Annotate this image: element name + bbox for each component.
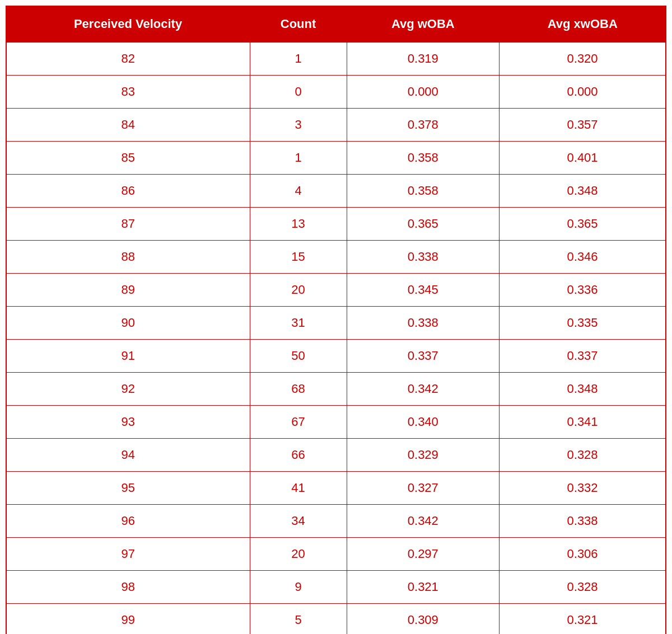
cell-velocity: 82 [6, 42, 250, 76]
cell-count: 0 [250, 76, 347, 109]
cell-count: 34 [250, 505, 347, 538]
cell-velocity: 83 [6, 76, 250, 109]
table-row: 95410.3270.332 [6, 472, 666, 505]
table-row: 88150.3380.346 [6, 241, 666, 274]
cell-count: 5 [250, 604, 347, 635]
cell-avg-xwoba: 0.346 [500, 241, 666, 274]
cell-count: 4 [250, 175, 347, 208]
header-avg-xwoba: Avg xwOBA [500, 6, 666, 42]
cell-avg-xwoba: 0.306 [500, 538, 666, 571]
cell-count: 66 [250, 439, 347, 472]
header-avg-woba: Avg wOBA [347, 6, 500, 42]
cell-count: 3 [250, 109, 347, 142]
cell-avg-woba: 0.000 [347, 76, 500, 109]
cell-velocity: 86 [6, 175, 250, 208]
table-row: 89200.3450.336 [6, 274, 666, 307]
table-row: 8300.0000.000 [6, 76, 666, 109]
cell-avg-woba: 0.338 [347, 307, 500, 340]
cell-velocity: 84 [6, 109, 250, 142]
cell-count: 50 [250, 340, 347, 373]
cell-velocity: 93 [6, 406, 250, 439]
cell-avg-xwoba: 0.365 [500, 208, 666, 241]
cell-count: 31 [250, 307, 347, 340]
table-row: 87130.3650.365 [6, 208, 666, 241]
cell-count: 13 [250, 208, 347, 241]
cell-avg-xwoba: 0.332 [500, 472, 666, 505]
table-row: 8510.3580.401 [6, 142, 666, 175]
table-row: 8640.3580.348 [6, 175, 666, 208]
cell-velocity: 96 [6, 505, 250, 538]
cell-avg-woba: 0.297 [347, 538, 500, 571]
header-perceived-velocity: Perceived Velocity [6, 6, 250, 42]
table-row: 8210.3190.320 [6, 42, 666, 76]
table-row: 96340.3420.338 [6, 505, 666, 538]
cell-avg-xwoba: 0.321 [500, 604, 666, 635]
table-row: 91500.3370.337 [6, 340, 666, 373]
cell-count: 68 [250, 373, 347, 406]
cell-velocity: 88 [6, 241, 250, 274]
cell-avg-woba: 0.327 [347, 472, 500, 505]
cell-avg-xwoba: 0.338 [500, 505, 666, 538]
cell-velocity: 85 [6, 142, 250, 175]
cell-avg-woba: 0.342 [347, 373, 500, 406]
cell-avg-woba: 0.319 [347, 42, 500, 76]
cell-avg-xwoba: 0.348 [500, 373, 666, 406]
cell-velocity: 92 [6, 373, 250, 406]
cell-count: 20 [250, 274, 347, 307]
cell-avg-xwoba: 0.320 [500, 42, 666, 76]
cell-avg-woba: 0.338 [347, 241, 500, 274]
table-row: 9950.3090.321 [6, 604, 666, 635]
cell-avg-xwoba: 0.335 [500, 307, 666, 340]
cell-avg-xwoba: 0.328 [500, 571, 666, 604]
cell-avg-xwoba: 0.336 [500, 274, 666, 307]
cell-avg-woba: 0.358 [347, 142, 500, 175]
cell-count: 20 [250, 538, 347, 571]
cell-velocity: 90 [6, 307, 250, 340]
cell-avg-xwoba: 0.401 [500, 142, 666, 175]
table-container: Perceived Velocity Count Avg wOBA Avg xw… [6, 6, 666, 634]
cell-velocity: 94 [6, 439, 250, 472]
table-row: 94660.3290.328 [6, 439, 666, 472]
cell-count: 1 [250, 142, 347, 175]
cell-count: 41 [250, 472, 347, 505]
cell-avg-woba: 0.345 [347, 274, 500, 307]
table-row: 97200.2970.306 [6, 538, 666, 571]
cell-avg-xwoba: 0.337 [500, 340, 666, 373]
cell-velocity: 87 [6, 208, 250, 241]
cell-velocity: 95 [6, 472, 250, 505]
cell-velocity: 89 [6, 274, 250, 307]
data-table: Perceived Velocity Count Avg wOBA Avg xw… [6, 6, 666, 634]
header-count: Count [250, 6, 347, 42]
table-row: 9890.3210.328 [6, 571, 666, 604]
cell-velocity: 91 [6, 340, 250, 373]
table-row: 93670.3400.341 [6, 406, 666, 439]
cell-avg-woba: 0.358 [347, 175, 500, 208]
cell-avg-woba: 0.321 [347, 571, 500, 604]
cell-avg-woba: 0.329 [347, 439, 500, 472]
cell-avg-woba: 0.378 [347, 109, 500, 142]
cell-count: 1 [250, 42, 347, 76]
header-row: Perceived Velocity Count Avg wOBA Avg xw… [6, 6, 666, 42]
cell-avg-xwoba: 0.341 [500, 406, 666, 439]
cell-avg-xwoba: 0.000 [500, 76, 666, 109]
cell-avg-woba: 0.337 [347, 340, 500, 373]
cell-velocity: 98 [6, 571, 250, 604]
cell-count: 9 [250, 571, 347, 604]
cell-avg-woba: 0.342 [347, 505, 500, 538]
cell-avg-xwoba: 0.357 [500, 109, 666, 142]
cell-avg-woba: 0.309 [347, 604, 500, 635]
table-row: 92680.3420.348 [6, 373, 666, 406]
table-row: 90310.3380.335 [6, 307, 666, 340]
cell-count: 67 [250, 406, 347, 439]
cell-velocity: 97 [6, 538, 250, 571]
cell-avg-xwoba: 0.328 [500, 439, 666, 472]
cell-avg-xwoba: 0.348 [500, 175, 666, 208]
cell-count: 15 [250, 241, 347, 274]
table-row: 8430.3780.357 [6, 109, 666, 142]
cell-velocity: 99 [6, 604, 250, 635]
cell-avg-woba: 0.340 [347, 406, 500, 439]
cell-avg-woba: 0.365 [347, 208, 500, 241]
